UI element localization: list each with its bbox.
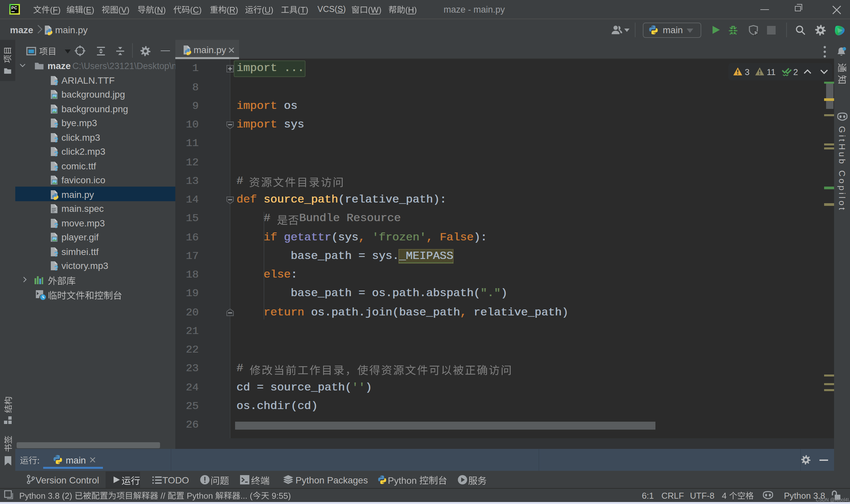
svg-text:?: ? — [54, 164, 58, 171]
svg-text:?: ? — [54, 122, 58, 128]
svg-text:?: ? — [54, 250, 58, 257]
svg-text:?: ? — [54, 150, 58, 157]
svg-text:?: ? — [54, 79, 58, 86]
svg-text:?: ? — [54, 221, 58, 229]
svg-text:?: ? — [54, 136, 58, 143]
svg-text:?: ? — [54, 264, 58, 271]
